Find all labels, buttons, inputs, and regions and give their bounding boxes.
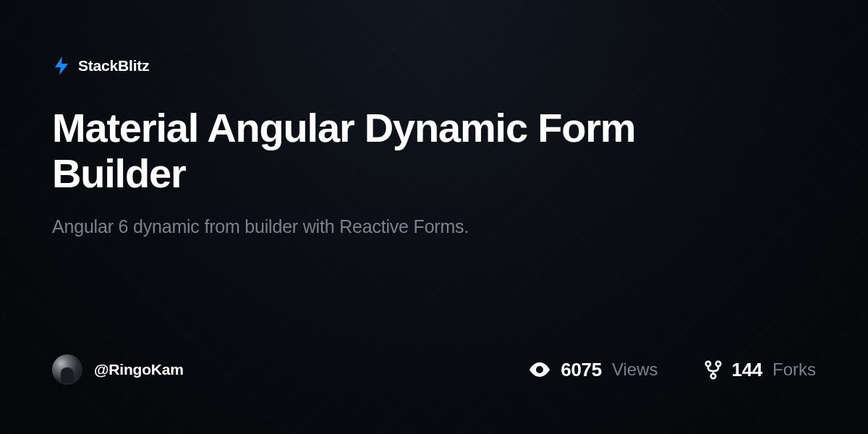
project-description: Angular 6 dynamic from builder with Reac… [52,216,816,237]
svg-point-3 [710,373,715,378]
social-card: StackBlitz Material Angular Dynamic Form… [0,0,868,434]
views-stat: 6075 Views [529,359,658,381]
svg-point-1 [705,361,710,365]
fork-icon [705,360,722,380]
avatar [52,354,82,385]
author: @RingoKam [52,354,184,385]
username: @RingoKam [94,361,184,378]
forks-value: 144 [732,359,762,381]
brand-name: StackBlitz [78,57,149,75]
footer-row: @RingoKam 6075 Views [52,354,816,434]
brand-row: StackBlitz [52,56,816,75]
forks-stat: 144 Forks [705,359,816,381]
svg-point-2 [715,361,720,365]
eye-icon [529,362,550,377]
views-value: 6075 [561,359,602,381]
svg-point-0 [536,366,543,373]
forks-label: Forks [773,359,816,380]
project-title: Material Angular Dynamic Form Builder [52,106,746,196]
views-label: Views [612,359,658,380]
stats-group: 6075 Views 144 Forks [529,359,816,381]
bolt-icon [52,56,71,75]
